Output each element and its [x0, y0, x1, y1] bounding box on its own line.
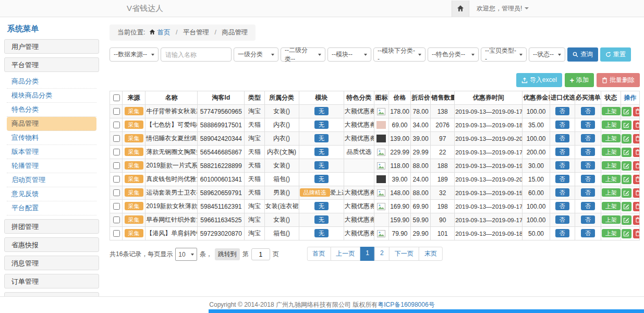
import-excel-button[interactable]: 导入excel — [516, 73, 562, 87]
home-button[interactable] — [452, 1, 469, 17]
sidebar-item[interactable]: 订单管理 — [4, 274, 99, 288]
import-choice-toggle[interactable]: 否 — [555, 148, 569, 156]
module-badge[interactable]: 无 — [314, 215, 329, 224]
add-button[interactable]: + 添加 — [565, 73, 594, 87]
filter-select[interactable]: --数据来源-- — [110, 47, 159, 62]
module-badge[interactable]: 无 — [314, 229, 329, 237]
sidebar-subitem[interactable]: 平台配置 — [7, 201, 96, 215]
status-button[interactable]: 上架 — [602, 188, 621, 197]
sidebar-subitem[interactable]: 商品管理 — [7, 117, 96, 131]
filter-select[interactable]: 一级分类 — [234, 47, 278, 62]
select-all-checkbox[interactable] — [113, 94, 120, 101]
filter-select[interactable]: --模块下分类-- — [373, 47, 426, 62]
reset-button[interactable]: 重置 — [600, 47, 631, 62]
edit-button[interactable] — [622, 148, 631, 157]
must-buy-toggle[interactable]: 否 — [581, 202, 595, 210]
import-choice-toggle[interactable]: 否 — [555, 175, 569, 183]
delete-button[interactable] — [633, 215, 640, 225]
sidebar-subitem[interactable]: 模块商品分类 — [7, 89, 96, 103]
edit-button[interactable] — [622, 202, 631, 211]
row-checkbox[interactable] — [113, 203, 120, 210]
module-badge[interactable]: 无 — [314, 121, 329, 129]
module-badge[interactable]: 无 — [314, 107, 329, 115]
edit-button[interactable] — [622, 175, 631, 184]
filter-select[interactable]: --状态-- — [529, 47, 565, 62]
row-checkbox[interactable] — [113, 149, 120, 155]
module-badge[interactable]: 无 — [314, 175, 329, 183]
must-buy-toggle[interactable]: 否 — [581, 148, 595, 156]
status-button[interactable]: 上架 — [602, 134, 621, 142]
sidebar-subitem[interactable]: 启动页管理 — [7, 173, 96, 187]
module-badge[interactable]: 无 — [314, 148, 329, 156]
import-choice-toggle[interactable]: 否 — [555, 229, 569, 237]
status-button[interactable]: 上架 — [602, 121, 621, 129]
sidebar-item-platform-management[interactable]: 平台管理 — [4, 57, 99, 72]
edit-button[interactable] — [622, 215, 631, 225]
delete-button[interactable] — [633, 175, 640, 184]
edit-button[interactable] — [622, 107, 631, 116]
delete-button[interactable] — [633, 107, 640, 116]
user-menu[interactable]: 欢迎您，管理员! — [477, 4, 529, 13]
must-buy-toggle[interactable]: 否 — [581, 107, 595, 115]
row-checkbox[interactable] — [113, 135, 120, 142]
edit-button[interactable] — [622, 188, 631, 198]
search-button[interactable]: 查询 — [567, 47, 598, 62]
filter-select[interactable]: --模块-- — [327, 47, 371, 62]
filter-select[interactable]: --二级分类-- — [281, 47, 325, 62]
sidebar-subitem[interactable]: 意见反馈 — [7, 187, 96, 201]
per-page-select[interactable]: 10 — [175, 248, 197, 261]
row-checkbox[interactable] — [113, 122, 120, 128]
module-badge[interactable]: 品牌精选 — [300, 188, 330, 197]
sidebar-item-user-management[interactable]: 用户管理 — [4, 39, 99, 54]
must-buy-toggle[interactable]: 否 — [581, 215, 595, 224]
delete-button[interactable] — [633, 188, 640, 198]
status-button[interactable]: 上架 — [602, 215, 621, 224]
module-badge[interactable]: 无 — [314, 202, 329, 210]
name-search-input[interactable] — [161, 47, 232, 62]
module-badge[interactable]: 无 — [314, 134, 329, 142]
delete-button[interactable] — [633, 202, 640, 211]
filter-select[interactable]: --特色分类-- — [428, 47, 479, 62]
sidebar-subitem[interactable]: 商品分类 — [7, 75, 96, 89]
delete-button[interactable] — [633, 229, 640, 238]
status-button[interactable]: 上架 — [602, 202, 621, 210]
sidebar-subitem[interactable]: 版本管理 — [7, 145, 96, 159]
import-choice-toggle[interactable]: 否 — [555, 202, 569, 210]
sidebar-subitem[interactable]: 轮播管理 — [7, 159, 96, 173]
row-checkbox[interactable] — [113, 176, 120, 183]
sidebar-item[interactable]: 省惠快报 — [4, 237, 99, 252]
delete-button[interactable] — [633, 161, 640, 171]
delete-button[interactable] — [633, 148, 640, 157]
delete-button[interactable] — [633, 121, 640, 130]
page-button[interactable]: 下一页 — [389, 247, 419, 261]
sidebar-item[interactable]: 消息管理 — [4, 256, 99, 270]
status-button[interactable]: 上架 — [602, 107, 621, 115]
must-buy-toggle[interactable]: 否 — [581, 161, 595, 170]
jump-page-input[interactable] — [251, 248, 270, 260]
sidebar-item[interactable]: 拼团管理 — [4, 219, 99, 234]
row-checkbox[interactable] — [113, 162, 120, 169]
edit-button[interactable] — [622, 229, 631, 238]
row-checkbox[interactable] — [113, 216, 120, 223]
edit-button[interactable] — [622, 161, 631, 171]
edit-button[interactable] — [622, 134, 631, 143]
import-choice-toggle[interactable]: 否 — [555, 107, 569, 115]
jump-button[interactable]: 跳转到 — [215, 248, 240, 260]
breadcrumb-home-link[interactable]: 首页 — [157, 29, 170, 36]
icp-link[interactable]: 粤ICP备16098006号 — [378, 301, 434, 308]
page-button[interactable]: 2 — [374, 247, 390, 261]
sidebar-subitem[interactable]: 特色分类 — [7, 103, 96, 117]
import-choice-toggle[interactable]: 否 — [555, 188, 569, 197]
status-button[interactable]: 上架 — [602, 175, 621, 183]
import-choice-toggle[interactable]: 否 — [555, 121, 569, 129]
status-button[interactable]: 上架 — [602, 148, 621, 156]
status-button[interactable]: 上架 — [602, 229, 621, 237]
must-buy-toggle[interactable]: 否 — [581, 175, 595, 183]
page-button[interactable]: 上一页 — [330, 247, 360, 261]
edit-button[interactable] — [622, 121, 631, 130]
row-checkbox[interactable] — [113, 108, 120, 115]
must-buy-toggle[interactable]: 否 — [581, 188, 595, 197]
row-checkbox[interactable] — [113, 189, 120, 196]
status-button[interactable]: 上架 — [602, 161, 621, 170]
import-choice-toggle[interactable]: 否 — [555, 134, 569, 142]
